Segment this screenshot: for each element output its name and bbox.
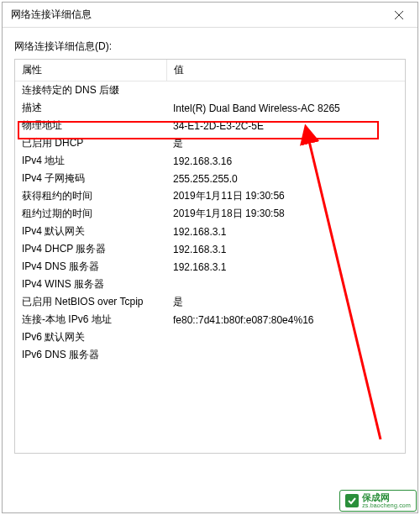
cell-value: 192.168.3.1 <box>166 223 405 240</box>
cell-property: 已启用 DHCP <box>15 134 166 152</box>
cell-value <box>166 346 405 364</box>
details-table: 属性 值 连接特定的 DNS 后缀描述Intel(R) Dual Band Wi… <box>15 60 405 364</box>
table-row[interactable]: IPv4 WINS 服务器 <box>15 276 405 293</box>
cell-property: 获得租约的时间 <box>15 187 166 205</box>
dialog-content: 网络连接详细信息(D): 属性 值 连接特定的 DNS 后缀描述Intel(R)… <box>3 28 417 512</box>
details-list[interactable]: 属性 值 连接特定的 DNS 后缀描述Intel(R) Dual Band Wi… <box>14 59 406 454</box>
window-title: 网络连接详细信息 <box>3 8 92 22</box>
watermark-text: 保成网 zs.baocheng.com <box>362 493 411 508</box>
cell-property: IPv4 DNS 服务器 <box>15 258 166 276</box>
table-row[interactable]: IPv4 地址192.168.3.16 <box>15 152 405 170</box>
cell-value: 192.168.3.1 <box>166 240 405 258</box>
dialog-window: 网络连接详细信息 网络连接详细信息(D): 属性 值 <box>2 2 418 513</box>
table-row[interactable]: 已启用 NetBIOS over Tcpip是 <box>15 293 405 311</box>
cell-value <box>166 328 405 346</box>
cell-property: IPv4 DHCP 服务器 <box>15 240 166 258</box>
cell-value: 是 <box>166 293 405 311</box>
table-row[interactable]: 连接特定的 DNS 后缀 <box>15 81 405 100</box>
table-row[interactable]: 描述Intel(R) Dual Band Wireless-AC 8265 <box>15 99 405 117</box>
cell-property: IPv6 默认网关 <box>15 328 166 346</box>
list-label: 网络连接详细信息(D): <box>14 39 406 54</box>
cell-value: Intel(R) Dual Band Wireless-AC 8265 <box>166 99 405 117</box>
cell-value <box>166 276 405 293</box>
table-row[interactable]: 获得租约的时间2019年1月11日 19:30:56 <box>15 187 405 205</box>
table-row[interactable]: IPv4 子网掩码255.255.255.0 <box>15 170 405 187</box>
cell-property: 租约过期的时间 <box>15 205 166 223</box>
watermark-cn: 保成网 <box>362 493 411 502</box>
cell-value: 2019年1月18日 19:30:58 <box>166 205 405 223</box>
cell-value: 2019年1月11日 19:30:56 <box>166 187 405 205</box>
cell-value <box>166 81 405 100</box>
table-row[interactable]: IPv6 DNS 服务器 <box>15 346 405 364</box>
cell-property: IPv6 DNS 服务器 <box>15 346 166 364</box>
table-row[interactable]: 物理地址34-E1-2D-E3-2C-5E <box>15 117 405 134</box>
watermark-check-icon <box>345 494 359 507</box>
table-row[interactable]: IPv4 DHCP 服务器192.168.3.1 <box>15 240 405 258</box>
table-row[interactable]: IPv4 DNS 服务器192.168.3.1 <box>15 258 405 276</box>
cell-property: 连接特定的 DNS 后缀 <box>15 81 166 100</box>
cell-value: fe80::7d41:b80f:e087:80e4%16 <box>166 311 405 328</box>
table-header-row: 属性 值 <box>15 60 405 81</box>
cell-property: 已启用 NetBIOS over Tcpip <box>15 293 166 311</box>
header-value[interactable]: 值 <box>166 60 405 81</box>
cell-value: 192.168.3.1 <box>166 258 405 276</box>
cell-property: 描述 <box>15 99 166 117</box>
watermark-en: zs.baocheng.com <box>362 502 411 508</box>
table-row[interactable]: IPv6 默认网关 <box>15 328 405 346</box>
table-row[interactable]: 租约过期的时间2019年1月18日 19:30:58 <box>15 205 405 223</box>
table-row[interactable]: 已启用 DHCP是 <box>15 134 405 152</box>
watermark-badge: 保成网 zs.baocheng.com <box>339 490 417 512</box>
cell-property: IPv4 地址 <box>15 152 166 170</box>
cell-property: IPv4 WINS 服务器 <box>15 276 166 293</box>
cell-property: 物理地址 <box>15 117 166 134</box>
cell-property: 连接-本地 IPv6 地址 <box>15 311 166 328</box>
close-icon <box>395 11 403 19</box>
table-row[interactable]: IPv4 默认网关192.168.3.1 <box>15 223 405 240</box>
close-button[interactable] <box>380 3 417 28</box>
cell-property: IPv4 子网掩码 <box>15 170 166 187</box>
cell-value: 34-E1-2D-E3-2C-5E <box>166 117 405 134</box>
cell-property: IPv4 默认网关 <box>15 223 166 240</box>
cell-value: 192.168.3.16 <box>166 152 405 170</box>
header-property[interactable]: 属性 <box>15 60 166 81</box>
cell-value: 255.255.255.0 <box>166 170 405 187</box>
titlebar: 网络连接详细信息 <box>3 3 417 28</box>
table-row[interactable]: 连接-本地 IPv6 地址fe80::7d41:b80f:e087:80e4%1… <box>15 311 405 328</box>
cell-value: 是 <box>166 134 405 152</box>
